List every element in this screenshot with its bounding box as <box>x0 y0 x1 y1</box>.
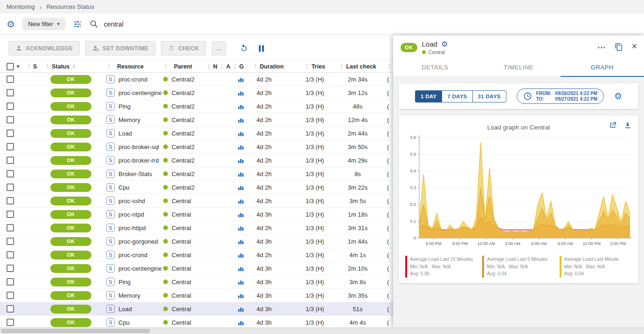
resource-name[interactable]: Ping <box>118 103 131 110</box>
filter-settings-gear-icon[interactable]: ⚙ <box>7 20 15 29</box>
header-last-check[interactable]: ⋮ Last check <box>332 63 383 70</box>
graph-icon[interactable] <box>237 252 244 259</box>
copy-link-icon[interactable] <box>615 43 623 51</box>
resource-name[interactable]: Broker-Stats <box>118 170 152 177</box>
drag-handle-icon[interactable]: ⋮ <box>253 63 258 69</box>
search-icon[interactable] <box>90 20 98 28</box>
drag-handle-icon[interactable]: ⋮ <box>232 63 237 69</box>
open-in-new-icon[interactable] <box>609 121 617 130</box>
row-checkbox[interactable] <box>7 238 14 245</box>
tune-filter-icon[interactable] <box>73 20 82 29</box>
legend-item[interactable]: Average Load Last Minute Min: N/A Max: N… <box>560 256 632 278</box>
graph-icon[interactable] <box>237 103 244 110</box>
header-parent[interactable]: ⋮ Parent <box>161 63 206 70</box>
graph-icon[interactable] <box>237 292 244 299</box>
header-a[interactable]: ⋮ A <box>219 63 232 70</box>
custom-date-range-button[interactable]: FROM: 09/26/2021 4:22 PM TO: 09/27/2021 … <box>517 89 604 104</box>
graph-icon[interactable] <box>237 130 244 137</box>
row-checkbox[interactable] <box>7 251 14 259</box>
graph-icon[interactable] <box>237 319 244 326</box>
parent-name[interactable]: Central <box>172 238 191 245</box>
parent-name[interactable]: Central2 <box>172 76 194 83</box>
graph-icon[interactable] <box>237 265 244 272</box>
graph-icon[interactable] <box>237 238 244 245</box>
search-input[interactable] <box>104 20 244 28</box>
drag-handle-icon[interactable]: ⋮ <box>387 63 392 69</box>
row-checkbox[interactable] <box>7 89 14 96</box>
parent-name[interactable]: Central <box>172 225 191 232</box>
tab-timeline[interactable]: TIMELINE <box>477 58 560 76</box>
row-checkbox[interactable] <box>7 184 14 191</box>
download-icon[interactable] <box>623 121 632 130</box>
row-checkbox[interactable] <box>7 170 14 177</box>
resource-gear-icon[interactable]: ⚙ <box>441 41 448 48</box>
header-status[interactable]: ⋮ Status ↑ <box>45 63 104 70</box>
graph-settings-gear-icon[interactable]: ⚙ <box>614 92 622 101</box>
select-all-checkbox[interactable] <box>7 63 14 70</box>
drag-handle-icon[interactable]: ⋮ <box>163 63 168 69</box>
resource-name[interactable]: proc-centengine <box>118 89 161 96</box>
parent-name[interactable]: Central <box>172 211 191 218</box>
graph-icon[interactable] <box>237 279 244 286</box>
resource-name[interactable]: Load <box>118 130 132 137</box>
parent-name[interactable]: Central <box>172 279 191 286</box>
drag-handle-icon[interactable]: ⋮ <box>45 63 50 69</box>
parent-name[interactable]: Central <box>172 306 191 313</box>
row-checkbox[interactable] <box>7 75 14 83</box>
parent-name[interactable]: Central <box>172 198 191 204</box>
tab-graph[interactable]: GRAPH <box>561 58 644 77</box>
parent-name[interactable]: Central2 <box>172 130 194 137</box>
graph-icon[interactable] <box>237 76 244 83</box>
set-downtime-button[interactable]: SET DOWNTIME <box>85 41 155 55</box>
row-checkbox[interactable] <box>7 157 14 164</box>
resource-name[interactable]: proc-sshd <box>118 198 145 204</box>
parent-name[interactable]: Central2 <box>172 143 194 150</box>
resource-name[interactable]: proc-centengine <box>118 265 161 272</box>
graph-icon[interactable] <box>237 198 244 204</box>
drag-handle-icon[interactable]: ⋮ <box>26 63 31 69</box>
graph-icon[interactable] <box>237 89 244 96</box>
row-checkbox[interactable] <box>7 278 14 286</box>
scrollbar-thumb[interactable] <box>1 329 150 333</box>
row-checkbox[interactable] <box>7 130 14 137</box>
panel-more-icon[interactable]: ⋯ <box>597 43 606 52</box>
breadcrumb-item-monitoring[interactable]: Monitoring <box>7 3 35 10</box>
row-checkbox[interactable] <box>7 211 14 218</box>
pause-autorefresh-icon[interactable] <box>259 45 264 52</box>
tab-details[interactable]: DETAILS <box>393 58 477 76</box>
more-actions-button[interactable]: ... <box>212 41 226 55</box>
resource-name[interactable]: Cpu <box>118 319 130 326</box>
graph-icon[interactable] <box>237 211 244 218</box>
resource-name[interactable]: Load <box>118 306 132 313</box>
parent-name[interactable]: Central2 <box>172 170 194 177</box>
resource-name[interactable]: Memory <box>118 292 140 299</box>
drag-handle-icon[interactable]: ⋮ <box>106 63 111 69</box>
drag-handle-icon[interactable]: ⋮ <box>339 63 344 69</box>
graph-icon[interactable] <box>237 116 244 123</box>
graph-icon[interactable] <box>237 184 244 191</box>
check-button[interactable]: CHECK <box>161 41 206 55</box>
graph-icon[interactable] <box>237 157 244 164</box>
parent-name[interactable]: Central2 <box>172 116 194 123</box>
sort-ascending-icon[interactable]: ↑ <box>72 63 75 70</box>
header-g[interactable]: ⋮ G <box>232 63 249 70</box>
row-checkbox[interactable] <box>7 224 14 232</box>
row-checkbox[interactable] <box>7 265 14 272</box>
resource-name[interactable]: Memory <box>118 116 140 123</box>
row-checkbox[interactable] <box>7 143 14 150</box>
parent-name[interactable]: Central <box>172 252 191 259</box>
acknowledge-button[interactable]: ACKNOWLEDGE <box>8 41 80 55</box>
parent-name[interactable]: Central2 <box>172 157 194 164</box>
resource-name[interactable]: proc-ntpd <box>118 211 144 218</box>
graph-icon[interactable] <box>237 170 244 177</box>
legend-item[interactable]: Average Load Last 15 Minutes Min: N/A Ma… <box>405 256 478 278</box>
graph-icon[interactable] <box>237 143 244 150</box>
row-checkbox[interactable] <box>7 102 14 110</box>
header-tries[interactable]: ⋮ Tries <box>298 63 332 70</box>
parent-name[interactable]: Central <box>172 292 191 299</box>
header-type[interactable]: ⋮ S <box>26 63 45 70</box>
horizontal-scrollbar[interactable] <box>0 327 644 334</box>
legend-item[interactable]: Average Load Last 5 Minutes Min: N/A Max… <box>482 256 554 278</box>
parent-name[interactable]: Central2 <box>172 89 194 96</box>
resource-name[interactable]: proc-gorgoned <box>118 238 158 245</box>
